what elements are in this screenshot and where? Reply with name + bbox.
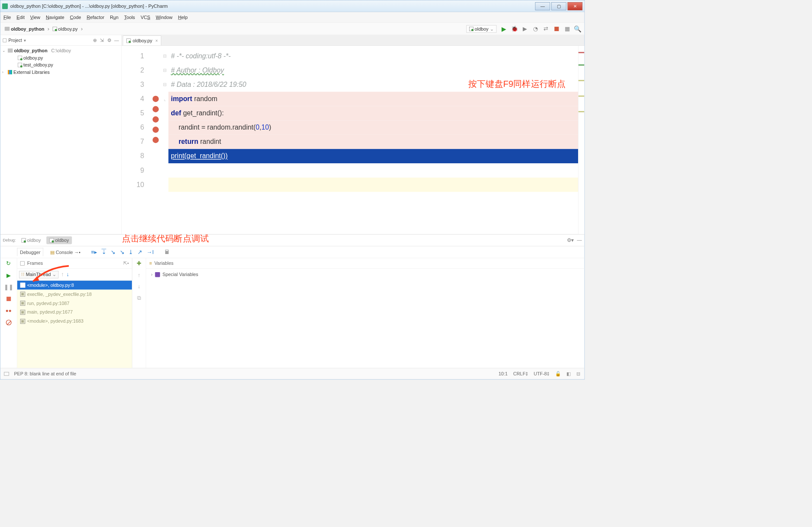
stop-icon[interactable] bbox=[5, 295, 12, 302]
step-into-icon[interactable]: ↘ bbox=[111, 249, 115, 256]
run-config-select[interactable]: oldboy⌄ bbox=[466, 25, 496, 32]
profile-icon[interactable]: ◔ bbox=[532, 25, 539, 32]
gear-icon[interactable]: ⚙ bbox=[107, 38, 111, 43]
breakpoint-icon[interactable] bbox=[153, 96, 159, 102]
step-out-icon[interactable]: ↗ bbox=[137, 249, 142, 256]
editor-tab[interactable]: oldboy.py× bbox=[123, 35, 161, 45]
code-editor[interactable]: 12345678910 ⊟⊟⊟⌞ # -*- coding:utf-8 -*- … bbox=[122, 46, 585, 234]
force-step-into-icon[interactable]: ⤓ bbox=[128, 249, 133, 256]
annotation-text: 按下键盘F9同样运行断点 bbox=[468, 77, 566, 91]
hide-icon[interactable]: — bbox=[577, 237, 582, 243]
code-line[interactable]: # Data : 2018/6/22 19:50 bbox=[171, 80, 246, 88]
resume-icon[interactable]: ▶ bbox=[5, 272, 12, 279]
menu-help[interactable]: Help bbox=[178, 15, 188, 20]
frame-item[interactable]: ▦<module>, pydevd.py:1683 bbox=[17, 317, 132, 326]
code-line[interactable]: # Author : Oldboy bbox=[171, 66, 224, 74]
tree-project-root[interactable]: ⌄oldboy_python C:\oldboy bbox=[0, 47, 121, 54]
step-into-my-code-icon[interactable]: ↘ bbox=[120, 249, 125, 256]
breakpoint-icon[interactable] bbox=[153, 106, 159, 112]
pause-icon[interactable]: ❚❚ bbox=[5, 284, 12, 291]
debug-session-tab[interactable]: oldboy bbox=[46, 236, 72, 244]
breakpoint-gutter[interactable] bbox=[150, 46, 161, 234]
tree-file[interactable]: test_oldboy.py bbox=[0, 61, 121, 69]
nav-down-icon[interactable]: ↓ bbox=[137, 283, 140, 290]
layout-icon[interactable]: ▦ bbox=[564, 25, 571, 32]
fold-gutter[interactable]: ⊟⊟⊟⌞ bbox=[162, 46, 169, 234]
mute-breakpoints-icon[interactable] bbox=[5, 319, 12, 326]
tree-external-libs[interactable]: ›External Libraries bbox=[0, 68, 121, 76]
menu-edit[interactable]: Edit bbox=[16, 15, 25, 20]
menu-navigate[interactable]: Navigate bbox=[46, 15, 64, 20]
chevron-down-icon[interactable]: ▾ bbox=[24, 38, 26, 43]
folder-icon bbox=[5, 27, 10, 31]
maximize-button[interactable]: ▢ bbox=[551, 2, 566, 10]
menu-vcs[interactable]: VCS bbox=[141, 15, 150, 20]
frame-item[interactable]: ▦run, pydevd.py:1087 bbox=[17, 298, 132, 308]
view-breakpoints-icon[interactable]: ●● bbox=[5, 307, 12, 314]
step-over-icon[interactable]: ⇣ bbox=[102, 249, 106, 256]
run-to-cursor-icon[interactable]: →I bbox=[147, 249, 154, 256]
line-separator[interactable]: CRLF‡ bbox=[513, 371, 528, 376]
search-icon[interactable]: 🔍 bbox=[574, 25, 581, 32]
lock-icon[interactable]: 🔓 bbox=[555, 371, 561, 377]
project-header-label[interactable]: Project bbox=[8, 38, 22, 43]
collapse-icon[interactable]: ⇲ bbox=[100, 38, 104, 43]
add-watch-icon[interactable]: ✚ bbox=[137, 260, 141, 267]
minimize-button[interactable]: — bbox=[535, 2, 550, 10]
breadcrumb-file[interactable]: oldboy.py bbox=[51, 25, 79, 32]
breadcrumb-root[interactable]: oldboy_python bbox=[3, 25, 46, 32]
file-encoding[interactable]: UTF-8‡ bbox=[534, 371, 550, 376]
memory-icon[interactable]: ⊟ bbox=[576, 371, 580, 377]
concurrency-icon[interactable]: ⇄ bbox=[543, 25, 550, 32]
rerun-icon[interactable]: ↻ bbox=[5, 260, 12, 267]
error-stripe[interactable] bbox=[578, 46, 584, 234]
menu-file[interactable]: File bbox=[3, 15, 11, 20]
close-button[interactable]: ✕ bbox=[568, 2, 583, 10]
thread-select[interactable]: ⁝⁝MainThread⌄ bbox=[19, 271, 58, 278]
tool-window-toggle-icon[interactable] bbox=[4, 372, 9, 376]
breadcrumb-sep-icon: › bbox=[81, 25, 83, 32]
menu-tools[interactable]: Tools bbox=[124, 15, 135, 20]
nav-up-icon[interactable]: ↑ bbox=[137, 272, 140, 278]
frames-list[interactable]: ▦<module>, oldboy.py:8 ▦execfile, _pydev… bbox=[17, 280, 132, 368]
frames-icon bbox=[20, 261, 25, 265]
debugger-tab[interactable]: Debugger bbox=[17, 248, 43, 256]
target-icon[interactable]: ⊕ bbox=[93, 38, 97, 43]
variables-label: Variables bbox=[154, 260, 173, 266]
breakpoint-icon[interactable] bbox=[153, 137, 159, 143]
stop-icon[interactable] bbox=[553, 25, 560, 32]
inspector-icon[interactable]: ◧ bbox=[566, 371, 571, 377]
breakpoint-icon[interactable] bbox=[153, 127, 159, 133]
menu-refactor[interactable]: Refactor bbox=[86, 15, 104, 20]
prev-frame-icon[interactable]: ↑ bbox=[61, 271, 64, 278]
show-execution-point-icon[interactable]: ≡▸ bbox=[91, 249, 97, 256]
cursor-position[interactable]: 10:1 bbox=[499, 371, 508, 376]
run-icon[interactable]: ▶ bbox=[500, 25, 507, 32]
frames-label: Frames bbox=[27, 260, 43, 266]
frame-item[interactable]: ▦execfile, _pydev_execfile.py:18 bbox=[17, 289, 132, 298]
menu-run[interactable]: Run bbox=[110, 15, 118, 20]
debug-icon[interactable]: 🐞 bbox=[511, 25, 518, 32]
hide-icon[interactable]: — bbox=[114, 38, 119, 43]
gear-icon[interactable]: ⚙▾ bbox=[567, 237, 574, 243]
frame-item[interactable]: ▦main, pydevd.py:1677 bbox=[17, 308, 132, 317]
next-frame-icon[interactable]: ↓ bbox=[66, 271, 69, 278]
copy-icon[interactable]: ⧉ bbox=[137, 295, 141, 302]
tree-file[interactable]: oldboy.py bbox=[0, 54, 121, 61]
debug-tool-window: Debug: oldboy oldboy 点击继续代码断点调试 ⚙▾ — Deb… bbox=[0, 234, 585, 368]
breakpoint-icon[interactable] bbox=[153, 116, 159, 122]
debug-session-tab[interactable]: oldboy bbox=[18, 236, 44, 244]
console-tab[interactable]: ▤ Console →• bbox=[48, 248, 83, 256]
close-tab-icon[interactable]: × bbox=[155, 38, 158, 43]
frame-item[interactable]: ▦<module>, oldboy.py:8 bbox=[17, 280, 132, 289]
code-line[interactable]: # -*- coding:utf-8 -*- bbox=[171, 52, 230, 60]
coverage-icon[interactable]: ▶ bbox=[521, 25, 528, 32]
variables-tree-item[interactable]: › Special Variables bbox=[151, 272, 579, 277]
menu-code[interactable]: Code bbox=[70, 15, 81, 20]
variables-icon: ≡ bbox=[149, 260, 152, 266]
annotation-text: 点击继续代码断点调试 bbox=[122, 233, 209, 244]
restore-layout-icon[interactable]: ⇱• bbox=[123, 260, 129, 266]
evaluate-icon[interactable]: 🖩 bbox=[164, 249, 170, 256]
menu-window[interactable]: Window bbox=[156, 15, 172, 20]
menu-view[interactable]: View bbox=[30, 15, 40, 20]
